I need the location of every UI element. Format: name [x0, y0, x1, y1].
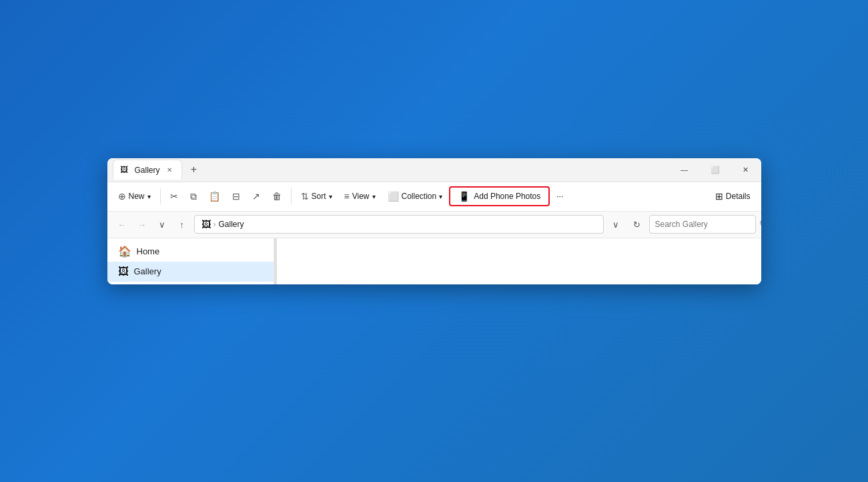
copy-path-button[interactable]: ⊟ [227, 188, 246, 204]
view-label: View [352, 192, 370, 201]
view-button[interactable]: ≡ View ▾ [339, 188, 381, 204]
separator-2 [291, 188, 292, 204]
view-dropdown-icon: ▾ [372, 193, 376, 200]
sidebar-item-gallery[interactable]: 🖼 Gallery [107, 262, 274, 282]
new-icon: ⊕ [118, 191, 126, 202]
sidebar-item-home[interactable]: 🏠 Home [107, 241, 274, 262]
separator-1 [160, 188, 161, 204]
details-button[interactable]: ⊞ Details [710, 188, 756, 204]
file-explorer-window: 🖼 Gallery ✕ + — ⬜ ✕ ⊕ New ▾ ✂ ⧉ 📋 [107, 158, 761, 284]
cut-icon: ✂ [170, 191, 178, 202]
add-phone-photos-button[interactable]: 📱 Add Phone Photos [449, 186, 550, 206]
sort-button[interactable]: ⇅ Sort ▾ [296, 188, 338, 204]
back-button[interactable]: ← [113, 215, 131, 234]
view-icon: ≡ [344, 191, 350, 202]
sort-label: Sort [312, 192, 326, 201]
delete-button[interactable]: 🗑 [267, 188, 287, 204]
new-tab-button[interactable]: + [185, 160, 203, 179]
minimize-button[interactable]: — [669, 158, 700, 182]
home-icon: 🏠 [118, 245, 131, 258]
collection-dropdown-icon: ▾ [439, 193, 442, 200]
breadcrumb-separator: › [213, 220, 216, 229]
tab-close-button[interactable]: ✕ [164, 165, 175, 176]
main-area: 🏠 Home 🖼 Gallery [107, 238, 761, 284]
content-area [277, 238, 761, 284]
address-path[interactable]: 🖼 › Gallery [194, 215, 604, 234]
gallery-tab-label: Gallery [135, 166, 160, 175]
path-gallery-icon: 🖼 [201, 219, 211, 230]
paste-icon: 📋 [209, 191, 220, 202]
sidebar: 🏠 Home 🖼 Gallery [107, 238, 274, 284]
share-icon: ↗ [252, 191, 260, 202]
forward-button[interactable]: → [133, 215, 151, 234]
gallery-sidebar-icon: 🖼 [118, 266, 129, 278]
paste-button[interactable]: 📋 [203, 188, 226, 204]
search-area: 🔍 [649, 215, 756, 234]
new-label: New [129, 192, 145, 201]
toolbar: ⊕ New ▾ ✂ ⧉ 📋 ⊟ ↗ 🗑 ⇅ Sort ▾ ≡ [107, 182, 761, 212]
gallery-tab[interactable]: 🖼 Gallery ✕ [113, 160, 182, 180]
new-button[interactable]: ⊕ New ▾ [113, 188, 156, 204]
title-bar: 🖼 Gallery ✕ + — ⬜ ✕ [107, 158, 761, 182]
phone-icon: 📱 [458, 191, 470, 202]
breadcrumb-current: Gallery [219, 220, 244, 229]
sort-icon: ⇅ [301, 191, 309, 202]
address-bar: ← → ∨ ↑ 🖼 › Gallery ∨ ↻ 🔍 [107, 212, 761, 238]
collection-icon: ⬜ [388, 191, 399, 202]
maximize-button[interactable]: ⬜ [700, 158, 731, 182]
add-phone-photos-label: Add Phone Photos [474, 192, 540, 201]
more-button[interactable]: ··· [551, 189, 568, 204]
sort-dropdown-icon: ▾ [329, 193, 332, 200]
copy-path-icon: ⊟ [232, 191, 240, 202]
nav-buttons: ← → ∨ ↑ [113, 215, 191, 234]
share-button[interactable]: ↗ [247, 188, 266, 204]
copy-icon: ⧉ [190, 191, 197, 202]
sidebar-item-home-label: Home [137, 246, 160, 256]
sidebar-item-gallery-label: Gallery [134, 266, 161, 276]
cut-button[interactable]: ✂ [165, 188, 183, 204]
copy-button[interactable]: ⧉ [185, 188, 202, 205]
details-label: Details [726, 192, 751, 201]
search-input[interactable] [655, 220, 755, 229]
details-icon: ⊞ [715, 191, 723, 202]
search-icon: 🔍 [759, 218, 761, 231]
gallery-tab-icon: 🖼 [120, 165, 131, 176]
collection-label: Collection [402, 192, 437, 201]
dropdown-address-button[interactable]: ∨ [606, 215, 625, 234]
window-controls: — ⬜ ✕ [669, 158, 761, 182]
tab-area: 🖼 Gallery ✕ + [113, 160, 669, 180]
refresh-button[interactable]: ↻ [628, 215, 646, 234]
dropdown-button[interactable]: ∨ [153, 215, 171, 234]
close-button[interactable]: ✕ [731, 158, 761, 182]
collection-button[interactable]: ⬜ Collection ▾ [382, 188, 448, 204]
up-button[interactable]: ↑ [173, 215, 191, 234]
new-dropdown-icon: ▾ [147, 193, 151, 200]
more-icon: ··· [556, 192, 563, 201]
delete-icon: 🗑 [272, 191, 282, 202]
